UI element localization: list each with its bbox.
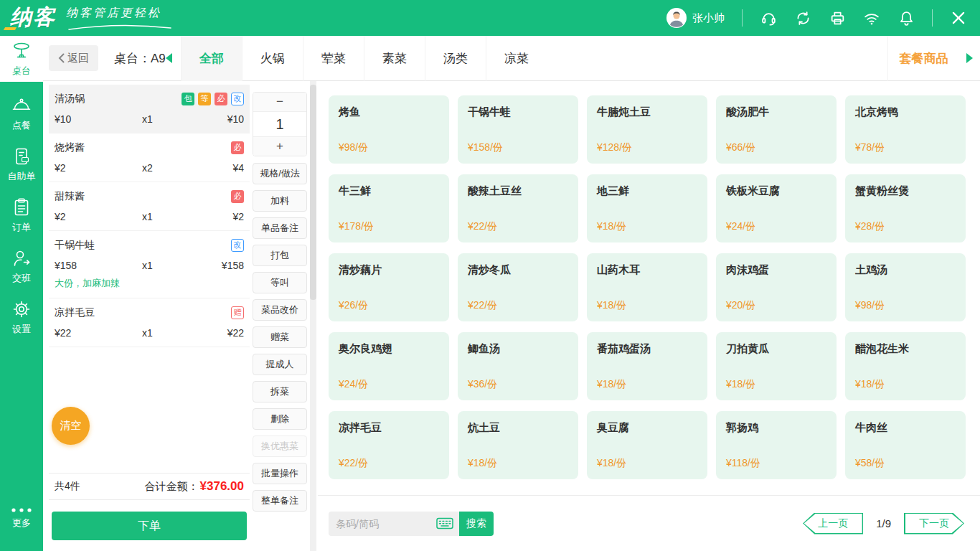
order-item-qty: x1 — [142, 211, 194, 222]
search-button[interactable]: 搜索 — [459, 512, 494, 536]
menu-item-card[interactable]: 酸辣土豆丝 ¥22/份 — [458, 174, 578, 242]
menu-item-card[interactable]: 土鸡汤 ¥98/份 — [845, 253, 966, 321]
menu-item-name: 地三鲜 — [597, 184, 629, 198]
tab-all[interactable]: 全部 — [181, 36, 242, 81]
menu-item-card[interactable]: 清炒冬瓜 ¥22/份 — [458, 253, 578, 321]
add-ingredient-button[interactable]: 加料 — [253, 190, 307, 212]
menu-item-card[interactable]: 地三鲜 ¥18/份 — [587, 174, 707, 242]
order-item[interactable]: 凉拌毛豆 赠 ¥22 x1 ¥22 — [49, 298, 250, 347]
sidebar-item-more[interactable]: 更多 — [0, 495, 43, 541]
keyboard-icon[interactable] — [436, 517, 453, 529]
order-item[interactable]: 甜辣酱 必 ¥2 x1 ¥2 — [49, 182, 250, 231]
close-icon[interactable] — [950, 9, 967, 27]
menu-item-price: ¥18/份 — [597, 299, 626, 312]
order-item[interactable]: 干锅牛蛙 改 ¥158 x1 ¥158 大份，加麻加辣 — [49, 231, 250, 298]
qty-plus-button[interactable]: + — [253, 137, 306, 156]
menu-item-price: ¥178/份 — [339, 220, 374, 233]
split-dish-button[interactable]: 拆菜 — [253, 381, 307, 402]
sidebar-item-order-dish[interactable]: 点餐 — [0, 90, 43, 136]
combo-products-tab[interactable]: 套餐商品 — [887, 36, 959, 81]
scrollbar-thumb[interactable] — [310, 85, 316, 300]
scrollbar-track[interactable] — [310, 81, 316, 551]
place-order-button[interactable]: 下单 — [52, 512, 247, 540]
order-item-name: 凉拌毛豆 — [55, 306, 227, 319]
order-item-qty: x1 — [142, 327, 194, 339]
table-label: 桌台：A9 — [114, 50, 166, 67]
clear-order-button[interactable]: 清空 — [52, 407, 90, 445]
topbar-divider — [742, 9, 743, 27]
tab-vegetable[interactable]: 素菜 — [364, 36, 425, 81]
menu-item-card[interactable]: 鲫鱼汤 ¥36/份 — [458, 332, 578, 400]
sidebar-item-orders[interactable]: 订单 — [0, 192, 43, 238]
tab-cold[interactable]: 凉菜 — [486, 36, 547, 81]
wait-call-button[interactable]: 等叫 — [253, 272, 307, 293]
prev-page-button[interactable]: 上一页 — [803, 513, 863, 534]
menu-item-card[interactable]: 铁板米豆腐 ¥24/份 — [716, 174, 837, 242]
main-area: 返回 桌台：A9 全部 火锅 荤菜 素菜 汤类 凉菜 套餐商品 清汤锅 包 等 … — [43, 36, 980, 551]
menu-item-card[interactable]: 郭扬鸡 ¥118/份 — [716, 411, 837, 479]
takeout-button[interactable]: 打包 — [253, 245, 307, 266]
tab-hotpot[interactable]: 火锅 — [242, 36, 303, 81]
item-remark-button[interactable]: 单品备注 — [253, 217, 307, 239]
qty-value: 1 — [253, 111, 306, 137]
menu-footer: 搜索 上一页 1/9 下一页 — [318, 495, 980, 551]
change-price-button[interactable]: 菜品改价 — [253, 299, 307, 321]
menu-item-price: ¥98/份 — [855, 299, 885, 312]
menu-item-card[interactable]: 刀拍黄瓜 ¥18/份 — [716, 332, 837, 400]
printer-icon[interactable] — [829, 9, 846, 27]
sidebar-item-shift-handover[interactable]: 交班 — [0, 243, 43, 289]
menu-item-card[interactable]: 烤鱼 ¥98/份 — [329, 95, 449, 164]
order-item-qty: x2 — [142, 162, 194, 174]
qty-minus-button[interactable]: − — [253, 93, 306, 111]
menu-item-card[interactable]: 番茄鸡蛋汤 ¥18/份 — [587, 332, 707, 400]
search-box — [329, 512, 459, 536]
sync-icon[interactable] — [794, 9, 811, 27]
order-item[interactable]: 清汤锅 包 等 必 改 ¥10 x1 ¥10 — [49, 85, 250, 133]
category-prev-icon[interactable] — [166, 53, 172, 63]
menu-item-name: 酸辣土豆丝 — [468, 184, 522, 198]
tab-soup[interactable]: 汤类 — [425, 36, 486, 81]
support-icon[interactable] — [760, 9, 777, 27]
next-page-button[interactable]: 下一页 — [904, 513, 964, 534]
order-item[interactable]: 烧烤酱 必 ¥2 x2 ¥4 — [49, 133, 250, 182]
menu-item-card[interactable]: 牛三鲜 ¥178/份 — [329, 174, 449, 242]
menu-item-price: ¥24/份 — [726, 220, 755, 233]
menu-item-card[interactable]: 炕土豆 ¥18/份 — [458, 411, 578, 479]
menu-item-card[interactable]: 清炒藕片 ¥26/份 — [329, 253, 449, 321]
search-input[interactable] — [336, 518, 436, 529]
menu-item-card[interactable]: 醋泡花生米 ¥18/份 — [845, 332, 966, 400]
menu-item-card[interactable]: 牛肉丝 ¥58/份 — [845, 411, 966, 479]
tab-meat[interactable]: 荤菜 — [303, 36, 364, 81]
menu-item-card[interactable]: 臭豆腐 ¥18/份 — [587, 411, 707, 479]
menu-item-card[interactable]: 肉沫鸡蛋 ¥20/份 — [716, 253, 837, 321]
sidebar-item-tables[interactable]: 桌台 — [0, 36, 43, 82]
wifi-icon[interactable] — [863, 9, 880, 27]
category-next-icon[interactable] — [966, 53, 973, 63]
settings-icon — [11, 298, 32, 320]
menu-item-card[interactable]: 山药木耳 ¥18/份 — [587, 253, 707, 321]
menu-item-card[interactable]: 北京烤鸭 ¥78/份 — [845, 95, 966, 164]
menu-item-card[interactable]: 酸汤肥牛 ¥66/份 — [716, 95, 837, 164]
menu-item-name: 牛腩炖土豆 — [597, 105, 651, 119]
sidebar-item-self-service[interactable]: 自助单 — [0, 141, 43, 187]
menu-item-card[interactable]: 凉拌毛豆 ¥22/份 — [329, 411, 449, 479]
menu-item-card[interactable]: 牛腩炖土豆 ¥128/份 — [587, 95, 707, 164]
menu-item-card[interactable]: 干锅牛蛙 ¥158/份 — [458, 95, 578, 164]
app-logo: 纳客 纳客管店更轻松 — [10, 3, 174, 34]
menu-item-price: ¥20/份 — [726, 299, 755, 312]
whole-order-remark-button[interactable]: 整单备注 — [253, 490, 307, 512]
menu-item-card[interactable]: 奥尔良鸡翅 ¥24/份 — [329, 332, 449, 400]
gift-dish-button[interactable]: 赠菜 — [253, 326, 307, 348]
delete-button[interactable]: 删除 — [253, 408, 307, 430]
spec-method-button[interactable]: 规格/做法 — [253, 163, 307, 184]
batch-operation-button[interactable]: 批量操作 — [253, 463, 307, 484]
order-dish-icon — [11, 95, 32, 116]
summary-count: 共4件 — [55, 480, 80, 493]
back-button[interactable]: 返回 — [49, 45, 98, 71]
menu-item-card[interactable]: 蟹黄粉丝煲 ¥28/份 — [845, 174, 966, 242]
user-menu[interactable]: 张小帅 — [666, 8, 725, 28]
menu-area: 烤鱼 ¥98/份 干锅牛蛙 ¥158/份 牛腩炖土豆 ¥128/份 酸汤肥牛 ¥… — [318, 81, 980, 551]
commission-person-button[interactable]: 提成人 — [253, 354, 307, 375]
sidebar-item-settings[interactable]: 设置 — [0, 294, 43, 340]
bell-icon[interactable] — [897, 9, 915, 27]
